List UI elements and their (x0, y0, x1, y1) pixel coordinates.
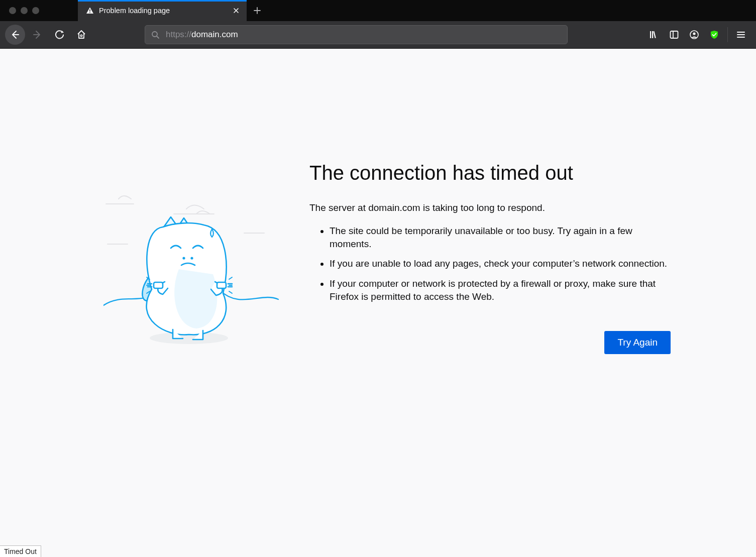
toolbar-separator (727, 27, 728, 42)
reload-button[interactable] (49, 25, 69, 45)
svg-rect-7 (653, 31, 656, 38)
status-badge: Timed Out (0, 545, 41, 557)
error-text: The connection has timed out The server … (309, 162, 671, 354)
svg-rect-0 (89, 10, 90, 12)
error-page: The connection has timed out The server … (0, 49, 756, 354)
shield-icon[interactable] (704, 25, 724, 45)
url-host: domain.com (191, 30, 238, 39)
svg-rect-1 (89, 12, 90, 13)
search-icon (151, 31, 160, 39)
error-suggestion: If you are unable to load any pages, che… (330, 257, 671, 270)
svg-rect-6 (652, 31, 653, 38)
error-title: The connection has timed out (309, 162, 671, 184)
back-button[interactable] (5, 25, 25, 45)
tab-title: Problem loading page (99, 7, 226, 15)
sidebar-button[interactable] (664, 25, 684, 45)
url-bar[interactable]: https://domain.com (145, 25, 568, 44)
error-subtitle: The server at domain.com is taking too l… (309, 202, 671, 213)
error-suggestion: If your computer or network is protected… (330, 277, 671, 303)
window-close[interactable] (9, 7, 16, 14)
svg-point-2 (80, 35, 82, 36)
window-minimize[interactable] (21, 7, 28, 14)
svg-line-4 (157, 36, 159, 38)
error-illustration (103, 162, 279, 354)
warning-icon (86, 7, 94, 15)
browser-tab[interactable]: Problem loading page (78, 0, 247, 21)
toolbar-right (644, 25, 751, 45)
svg-rect-19 (217, 282, 226, 288)
url-scheme: https:// (166, 30, 191, 39)
home-button[interactable] (71, 25, 91, 45)
error-suggestion: The site could be temporarily unavailabl… (330, 225, 671, 250)
window-controls (0, 0, 78, 21)
menu-button[interactable] (731, 25, 751, 45)
svg-rect-16 (154, 282, 163, 288)
try-again-button[interactable]: Try Again (604, 331, 671, 354)
svg-point-22 (183, 258, 185, 259)
svg-rect-8 (671, 31, 678, 38)
svg-rect-5 (650, 31, 651, 38)
url-text: https://domain.com (166, 30, 238, 40)
forward-button[interactable] (27, 25, 47, 45)
toolbar: https://domain.com (0, 21, 756, 49)
window-zoom[interactable] (32, 7, 39, 14)
error-suggestions: The site could be temporarily unavailabl… (309, 225, 671, 303)
new-tab-button[interactable] (247, 0, 268, 21)
titlebar: Problem loading page (0, 0, 756, 21)
error-actions: Try Again (309, 331, 671, 354)
svg-point-11 (693, 32, 695, 35)
tab-close-button[interactable] (233, 7, 240, 14)
library-button[interactable] (644, 25, 664, 45)
svg-point-23 (191, 258, 193, 259)
account-button[interactable] (684, 25, 704, 45)
